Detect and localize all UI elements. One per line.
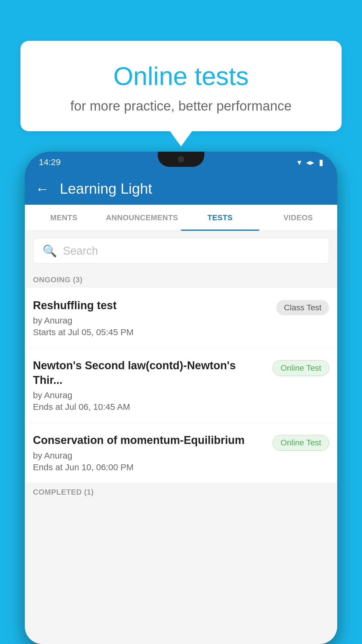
test-info: Newton's Second law(contd)-Newton's Thir… — [33, 358, 273, 412]
test-item[interactable]: Conservation of momentum-Equilibrium by … — [25, 423, 337, 483]
bubble-card: Online tests for more practice, better p… — [20, 41, 342, 131]
tab-tests[interactable]: TESTS — [181, 205, 259, 231]
test-time: Ends at Jun 10, 06:00 PM — [33, 462, 267, 472]
test-list: Reshuffling test by Anurag Starts at Jul… — [25, 288, 337, 483]
ongoing-label: ONGOING (3) — [33, 275, 82, 284]
completed-label: COMPLETED (1) — [33, 488, 94, 496]
completed-section-header: COMPLETED (1) — [25, 483, 337, 500]
app-header: ← Learning Light — [25, 173, 337, 205]
test-name: Reshuffling test — [33, 298, 270, 313]
notch — [158, 152, 204, 167]
wifi-icon: ▾ — [297, 158, 301, 167]
test-author: by Anurag — [33, 316, 270, 326]
app-title: Learning Light — [60, 180, 152, 197]
tab-videos[interactable]: VIDEOS — [259, 205, 337, 231]
search-icon: 🔍 — [43, 244, 57, 258]
test-badge-online: Online Test — [273, 435, 329, 451]
test-item[interactable]: Reshuffling test by Anurag Starts at Jul… — [25, 288, 337, 348]
test-time: Ends at Jul 06, 10:45 AM — [33, 402, 267, 412]
test-time: Starts at Jul 05, 05:45 PM — [33, 327, 270, 337]
ongoing-section-header: ONGOING (3) — [25, 271, 337, 288]
battery-icon: ▮ — [319, 158, 323, 167]
test-info: Conservation of momentum-Equilibrium by … — [33, 433, 273, 472]
status-icons: ▾ ◂▸ ▮ — [297, 158, 323, 167]
phone-frame: 14:29 ▾ ◂▸ ▮ ← Learning Light MENTS ANNO… — [25, 152, 337, 644]
tabs-bar: MENTS ANNOUNCEMENTS TESTS VIDEOS — [25, 205, 337, 231]
test-badge-online: Online Test — [273, 360, 329, 376]
test-name: Conservation of momentum-Equilibrium — [33, 433, 267, 447]
search-bar[interactable]: 🔍 Search — [33, 238, 329, 264]
promo-bubble: Online tests for more practice, better p… — [20, 41, 342, 146]
status-bar: 14:29 ▾ ◂▸ ▮ — [25, 152, 337, 173]
bubble-title: Online tests — [44, 61, 318, 91]
bubble-arrow — [170, 131, 192, 146]
test-name: Newton's Second law(contd)-Newton's Thir… — [33, 358, 267, 387]
back-button[interactable]: ← — [35, 181, 49, 197]
status-time: 14:29 — [39, 157, 61, 167]
test-author: by Anurag — [33, 390, 267, 400]
test-author: by Anurag — [33, 451, 267, 461]
test-info: Reshuffling test by Anurag Starts at Jul… — [33, 298, 276, 337]
test-item[interactable]: Newton's Second law(contd)-Newton's Thir… — [25, 348, 337, 423]
phone-content: 🔍 Search ONGOING (3) Reshuffling test by… — [25, 231, 337, 644]
signal-icon: ◂▸ — [306, 158, 314, 167]
search-container: 🔍 Search — [25, 231, 337, 271]
camera — [178, 156, 184, 162]
search-placeholder: Search — [63, 245, 98, 257]
test-badge-class: Class Test — [276, 300, 329, 315]
tab-announcements[interactable]: ANNOUNCEMENTS — [103, 205, 181, 231]
tab-ments[interactable]: MENTS — [25, 205, 103, 231]
bubble-subtitle: for more practice, better performance — [44, 98, 318, 114]
